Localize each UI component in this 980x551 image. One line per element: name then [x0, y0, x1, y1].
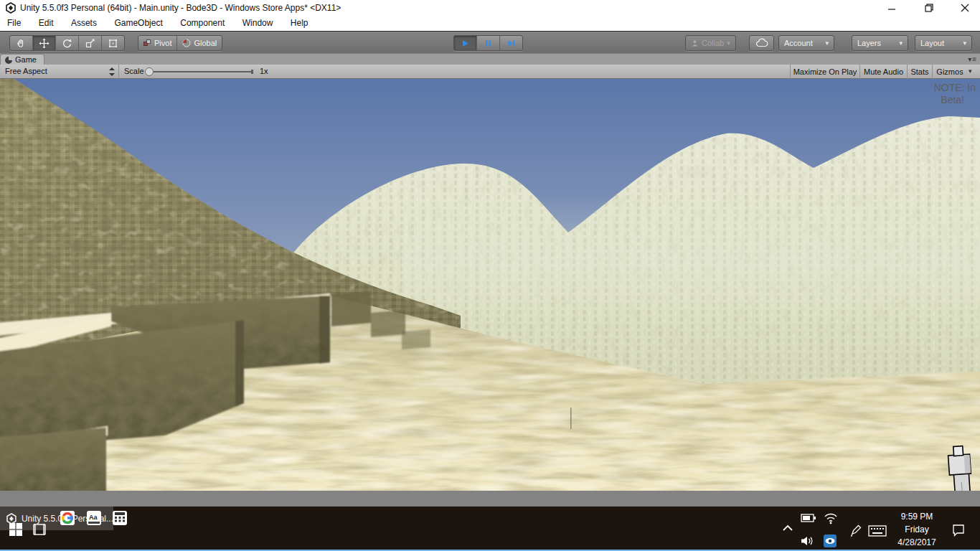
pause-button[interactable]: [477, 36, 500, 50]
eye-care-icon[interactable]: [824, 534, 837, 547]
voxel-terrain-scene: NOTE: In Beta!: [0, 79, 980, 491]
step-button[interactable]: [500, 36, 522, 50]
chevron-down-icon: ▾: [963, 40, 966, 47]
clock-date: 4/28/2017: [891, 536, 943, 549]
task-view-button[interactable]: [32, 523, 47, 536]
layers-dropdown[interactable]: Layers ▾: [852, 35, 908, 51]
window-bottom-strip: [0, 491, 980, 507]
rotate-tool-button[interactable]: [56, 36, 79, 50]
collab-icon: [691, 39, 699, 47]
unity-logo-icon: [5, 2, 17, 14]
beta-note-line1: NOTE: In: [934, 82, 976, 93]
dictionary-icon[interactable]: Aa: [87, 511, 101, 525]
menu-window[interactable]: Window: [235, 16, 281, 28]
transform-tools-group: [9, 35, 125, 51]
pen-icon[interactable]: [849, 524, 862, 537]
menu-bar: File Edit Assets GameObject Component Wi…: [0, 16, 980, 32]
start-button[interactable]: [9, 522, 23, 537]
stats-button[interactable]: Stats: [908, 65, 932, 79]
game-view-icon: [4, 56, 13, 65]
hand-icon: [16, 38, 27, 49]
terrain-crack: [570, 408, 572, 429]
rect-tool-icon: [108, 38, 118, 49]
game-view-toolbar: Free Aspect Scale 1x Maximize On Play Mu…: [0, 65, 980, 79]
layout-label: Layout: [920, 39, 944, 47]
move-icon: [39, 38, 50, 49]
chevron-down-icon[interactable]: ▾: [969, 68, 972, 75]
aspect-stepper-icon[interactable]: [109, 67, 115, 76]
global-label: Global: [194, 39, 217, 47]
close-button[interactable]: [953, 0, 977, 16]
panel-menu-icon[interactable]: ▾≡: [968, 55, 977, 63]
layout-dropdown[interactable]: Layout ▾: [915, 35, 972, 51]
calculator-icon[interactable]: [113, 511, 127, 525]
action-center-icon[interactable]: [951, 524, 966, 537]
scale-slider-knob[interactable]: [146, 68, 154, 76]
chevron-down-icon: ▾: [899, 40, 903, 47]
tab-game-label: Game: [15, 55, 37, 64]
volume-icon[interactable]: [801, 535, 815, 547]
cloud-icon: [755, 38, 768, 48]
move-tool-button[interactable]: [33, 36, 56, 50]
account-label: Account: [784, 39, 813, 47]
play-button[interactable]: [454, 36, 477, 50]
layers-label: Layers: [857, 39, 881, 47]
rect-tool-button[interactable]: [102, 36, 124, 50]
scale-value: 1x: [260, 67, 268, 75]
global-icon: [182, 39, 191, 47]
menu-file[interactable]: File: [0, 16, 28, 28]
minimize-button[interactable]: [880, 0, 904, 16]
playback-group: [453, 35, 523, 51]
global-toggle-button[interactable]: Global: [177, 36, 222, 50]
pivot-global-group: Pivot Global: [138, 35, 222, 51]
unity-editor-window: Unity 5.5.0f3 Personal (64bit) - Main.un…: [0, 0, 980, 551]
restore-button[interactable]: [917, 0, 941, 16]
divider: [118, 65, 119, 79]
play-icon: [461, 39, 470, 48]
chevron-down-icon: ▾: [727, 40, 730, 47]
collab-dropdown[interactable]: Collab ▾: [685, 35, 736, 51]
pivot-label: Pivot: [154, 39, 171, 47]
pivot-icon: [143, 39, 151, 47]
battery-icon[interactable]: [801, 513, 816, 523]
touch-keyboard-icon[interactable]: [868, 525, 887, 537]
menu-gameobject[interactable]: GameObject: [107, 16, 169, 28]
aspect-dropdown[interactable]: Free Aspect: [5, 67, 47, 75]
beta-note-line2: Beta!: [941, 94, 964, 105]
menu-component[interactable]: Component: [173, 16, 232, 28]
chrome-icon[interactable]: [60, 511, 75, 525]
step-icon: [507, 39, 516, 48]
menu-edit[interactable]: Edit: [32, 16, 61, 28]
rotate-icon: [62, 38, 72, 49]
menu-help[interactable]: Help: [283, 16, 316, 28]
maximize-on-play-button[interactable]: Maximize On Play: [791, 65, 859, 79]
clock-day: Friday: [891, 523, 943, 536]
scale-label: Scale: [124, 67, 144, 75]
collab-label: Collab: [702, 39, 724, 47]
main-toolbar: Pivot Global: [0, 32, 980, 54]
tab-row: Game ▾≡: [0, 53, 980, 65]
hand-tool-button[interactable]: [10, 36, 33, 50]
scale-icon: [85, 38, 95, 49]
clock-time: 9:59 PM: [891, 510, 943, 523]
account-dropdown[interactable]: Account ▾: [778, 35, 834, 51]
mute-audio-button[interactable]: Mute Audio: [860, 65, 907, 79]
menu-assets[interactable]: Assets: [64, 16, 104, 28]
scale-slider[interactable]: [143, 67, 258, 77]
valley-fog: [402, 194, 980, 326]
scale-tool-button[interactable]: [79, 36, 102, 50]
pause-icon: [484, 39, 493, 48]
gizmos-dropdown[interactable]: Gizmos: [933, 65, 967, 79]
chevron-down-icon: ▾: [825, 40, 829, 47]
tab-game[interactable]: Game: [0, 54, 44, 65]
taskbar: Aa Unity 5.5.0f3 Personal...: [0, 507, 980, 551]
tray-chevron-up-icon[interactable]: [782, 524, 793, 532]
pivot-toggle-button[interactable]: Pivot: [138, 36, 177, 50]
window-title: Unity 5.5.0f3 Personal (64bit) - Main.un…: [20, 3, 341, 13]
wifi-icon[interactable]: [824, 512, 838, 524]
cloud-button[interactable]: [749, 35, 774, 51]
game-viewport[interactable]: NOTE: In Beta!: [0, 79, 980, 491]
title-bar[interactable]: Unity 5.5.0f3 Personal (64bit) - Main.un…: [0, 0, 980, 16]
tray-clock[interactable]: 9:59 PM Friday 4/28/2017: [891, 510, 943, 549]
